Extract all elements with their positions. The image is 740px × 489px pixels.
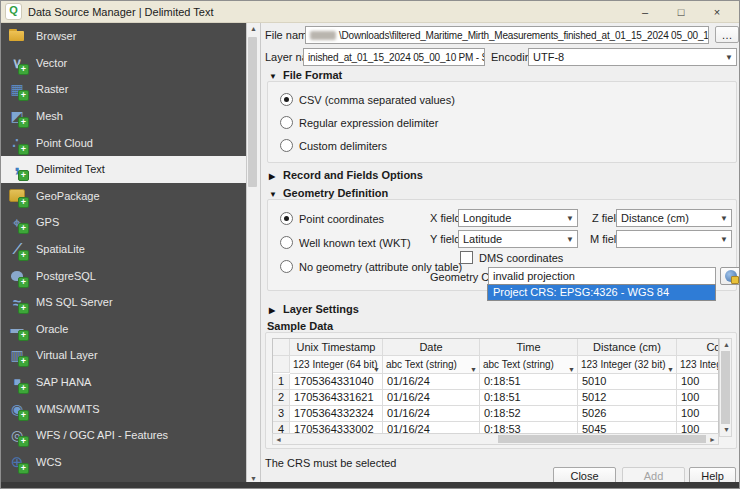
sidebar-item-spatialite[interactable]: SpatiaLite: [1, 236, 246, 263]
encoding-select[interactable]: UTF-8 ▼: [528, 48, 737, 66]
checkbox-icon[interactable]: [460, 251, 473, 264]
radio-button-icon[interactable]: [280, 116, 293, 129]
sidebar-item-vector[interactable]: Vector: [1, 50, 246, 77]
title-bar[interactable]: Q Data Source Manager | Delimited Text –…: [1, 1, 739, 23]
table-cell: 100: [677, 406, 719, 422]
window-bottom-edge: [1, 482, 739, 488]
sidebar-scrollbar-thumb[interactable]: [248, 37, 257, 187]
dms-coordinates-checkbox[interactable]: DMS coordinates: [460, 251, 563, 264]
section-record-fields[interactable]: ▶Record and Fields Options: [269, 169, 423, 181]
sidebar-item-oracle[interactable]: Oracle: [1, 316, 246, 343]
radio-button-icon[interactable]: [280, 260, 293, 273]
scroll-left-icon[interactable]: ◄: [275, 435, 282, 445]
redacted-path-prefix: [310, 31, 336, 40]
table-cell: 5012: [578, 390, 677, 406]
chevron-down-icon: ▼: [373, 361, 380, 374]
select-crs-button[interactable]: [720, 267, 739, 285]
geometry-crs-input[interactable]: invalid projection: [488, 267, 716, 285]
browse-file-button[interactable]: …: [715, 26, 739, 43]
sidebar-item-ms-sql-server[interactable]: MS SQL Server: [1, 289, 246, 316]
scroll-up-icon[interactable]: ▲: [723, 340, 730, 350]
chevron-down-icon: ▼: [720, 214, 728, 223]
scrollbar-thumb[interactable]: [498, 435, 706, 443]
radio-custom-delimiters[interactable]: Custom delimiters: [280, 139, 387, 152]
section-file-format[interactable]: ▼File Format: [269, 69, 342, 81]
sidebar-item-label: Oracle: [36, 323, 68, 335]
expand-triangle-icon[interactable]: ▶: [269, 306, 283, 315]
column-type-select[interactable]: 123 Integer (64 bit)▼: [290, 356, 383, 374]
sidebar-item-postgresql[interactable]: PostgreSQL: [1, 262, 246, 289]
radio-regex-delimiter[interactable]: Regular expression delimiter: [280, 116, 438, 129]
sidebar-item-virtual-layer[interactable]: Virtual Layer: [1, 342, 246, 369]
table-cell: 0:18:52: [480, 406, 578, 422]
checkbox-label: DMS coordinates: [479, 252, 563, 264]
table-vertical-scrollbar[interactable]: ▲ ▼: [719, 338, 732, 437]
column-type-select[interactable]: abc Text (string)▼: [480, 356, 578, 374]
sidebar-item-label: WCS: [36, 456, 62, 468]
y-field-select[interactable]: Latitude▼: [458, 230, 578, 248]
scroll-right-icon[interactable]: ►: [709, 435, 716, 445]
y-field-label: Y field: [430, 233, 460, 245]
sidebar-item-gps[interactable]: GPS: [1, 209, 246, 236]
sidebar-scrollbar[interactable]: ▲ ▼: [246, 23, 261, 484]
scroll-up-icon[interactable]: ▲: [247, 25, 260, 32]
chevron-down-icon: ▼: [566, 235, 574, 244]
scroll-down-icon[interactable]: ▼: [723, 425, 730, 435]
wms-icon: [7, 400, 27, 418]
delimited-text-panel: File name \Downloads\filtered_Maritime_M…: [261, 23, 739, 484]
column-header: Con: [677, 339, 719, 356]
chevron-down-icon: ▼: [470, 361, 477, 374]
column-type-select[interactable]: 123 Integ▼: [677, 356, 719, 374]
section-layer-settings[interactable]: ▶Layer Settings: [269, 303, 359, 315]
radio-button-icon[interactable]: [280, 212, 293, 225]
minimize-icon[interactable]: –: [627, 2, 663, 22]
sidebar-item-label: Mesh: [36, 110, 63, 122]
radio-point-coordinates[interactable]: Point coordinates: [280, 212, 384, 225]
layer-name-input[interactable]: inished_at_01_15_2024 05_00_10 PM - Shee…: [303, 48, 485, 66]
close-icon[interactable]: ×: [699, 2, 735, 22]
radio-wkt[interactable]: Well known text (WKT): [280, 236, 411, 249]
point-cloud-icon: [7, 134, 27, 152]
crs-dropdown-item[interactable]: Project CRS: EPSG:4326 - WGS 84: [488, 285, 715, 300]
x-field-select[interactable]: Longitude▼: [458, 209, 578, 227]
collapse-triangle-icon[interactable]: ▼: [269, 190, 283, 199]
m-field-select[interactable]: ▼: [616, 230, 732, 248]
sidebar-item-wcs[interactable]: WCS: [1, 449, 246, 476]
source-type-sidebar: Browser Vector Raster Mesh Point Cloud D…: [1, 23, 246, 484]
crs-dropdown-popup: Project CRS: EPSG:4326 - WGS 84: [487, 284, 716, 301]
sidebar-item-label: WMS/WMTS: [36, 403, 100, 415]
section-geometry-definition[interactable]: ▼Geometry Definition: [269, 187, 388, 199]
maximize-icon[interactable]: □: [663, 2, 699, 22]
scrollbar-thumb[interactable]: [721, 351, 730, 424]
sidebar-item-label: Raster: [36, 83, 68, 95]
radio-csv[interactable]: CSV (comma separated values): [280, 93, 455, 106]
expand-triangle-icon[interactable]: ▶: [269, 172, 283, 181]
file-name-input[interactable]: \Downloads\filtered_Maritime_Mirth_Measu…: [305, 26, 709, 44]
radio-button-icon[interactable]: [280, 93, 293, 106]
row-number: 2: [273, 390, 290, 406]
sidebar-item-geopackage[interactable]: GeoPackage: [1, 183, 246, 210]
sidebar-item-mesh[interactable]: Mesh: [1, 103, 246, 130]
radio-button-icon[interactable]: [280, 236, 293, 249]
sidebar-item-sap-hana[interactable]: SAP HANA: [1, 369, 246, 396]
sidebar-item-point-cloud[interactable]: Point Cloud: [1, 129, 246, 156]
radio-label: Point coordinates: [299, 213, 384, 225]
column-type-select[interactable]: 123 Integer (32 bit)▼: [578, 356, 677, 374]
sidebar-item-raster[interactable]: Raster: [1, 76, 246, 103]
sidebar-item-wms-wmts[interactable]: WMS/WMTS: [1, 395, 246, 422]
table-cell: 1705364332324: [290, 406, 383, 422]
sidebar-item-wfs-ogc-api-features[interactable]: WFS / OGC API - Features: [1, 422, 246, 449]
z-field-select[interactable]: Distance (cm)▼: [616, 209, 732, 227]
column-type-select[interactable]: abc Text (string)▼: [383, 356, 480, 374]
geometry-groupbox: Point coordinates Well known text (WKT) …: [267, 199, 737, 291]
virtual-layer-icon: [7, 346, 27, 364]
scroll-down-icon[interactable]: ▼: [247, 475, 260, 482]
sidebar-item-browser[interactable]: Browser: [1, 23, 246, 50]
collapse-triangle-icon[interactable]: ▼: [269, 72, 283, 81]
table-horizontal-scrollbar[interactable]: ◄ ►: [272, 433, 719, 445]
sidebar-item-label: WFS / OGC API - Features: [36, 429, 168, 441]
mesh-icon: [7, 107, 27, 125]
radio-button-icon[interactable]: [280, 139, 293, 152]
sidebar-item-delimited-text[interactable]: Delimited Text: [1, 156, 246, 183]
table-cell: 100: [677, 390, 719, 406]
